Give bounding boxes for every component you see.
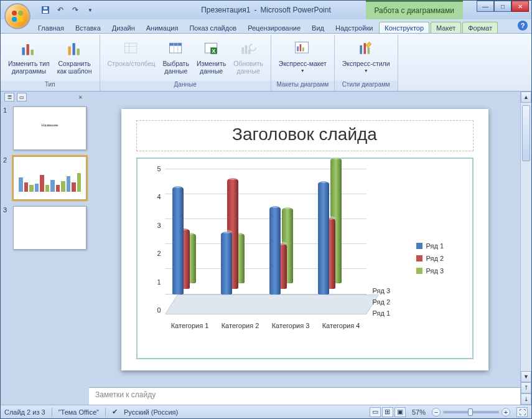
svg-point-1 (18, 11, 23, 16)
notes-pane[interactable]: Заметки к слайду (89, 387, 520, 405)
group-label-data: Данные (100, 81, 271, 91)
svg-rect-27 (297, 47, 299, 52)
tab-design[interactable]: Дизайн (107, 22, 140, 33)
edit-data-button[interactable]: X Изменить данные (193, 37, 230, 76)
quick-layout-button[interactable]: Экспресс-макет ▼ (275, 37, 330, 75)
depth-axis: Ряд 3 Ряд 2 Ряд 1 (373, 287, 416, 317)
undo-icon[interactable]: ↶ (54, 4, 67, 16)
slide-thumbnail[interactable]: 1 Название (3, 106, 86, 150)
scroll-down-icon[interactable]: ▼ (521, 371, 531, 382)
refresh-icon (238, 39, 258, 59)
group-label-styles: Стили диаграмм (335, 81, 398, 91)
svg-rect-7 (22, 47, 25, 55)
maximize-button[interactable]: □ (494, 1, 511, 12)
prev-slide-icon[interactable]: ⤒ (521, 382, 531, 393)
select-data-icon (166, 39, 186, 59)
scroll-up-icon[interactable]: ▲ (521, 92, 531, 103)
save-icon[interactable] (39, 4, 52, 16)
tab-chart-layout[interactable]: Макет (431, 22, 461, 33)
template-icon (65, 39, 85, 59)
edit-data-icon: X (202, 39, 222, 59)
svg-rect-17 (169, 43, 181, 45)
vertical-scrollbar[interactable]: ▲ ▼ ⤒ ⤓ (520, 92, 531, 405)
slide-canvas[interactable]: Заголовок слайда 5 4 3 2 1 0 (121, 109, 488, 370)
language-status[interactable]: Русский (Россия) (124, 408, 178, 416)
change-chart-type-button[interactable]: Изменить тип диаграммы (4, 37, 54, 76)
quick-styles-button[interactable]: Экспресс-стили ▼ (338, 37, 394, 75)
normal-view-icon[interactable]: ▭ (370, 407, 381, 417)
qat-dropdown-icon[interactable]: ▼ (84, 4, 96, 16)
svg-rect-31 (364, 43, 366, 54)
svg-rect-9 (31, 50, 34, 55)
slide-thumbnail[interactable]: 2 (3, 156, 86, 200)
svg-rect-5 (43, 11, 48, 13)
svg-point-3 (18, 17, 23, 22)
minimize-button[interactable]: — (477, 1, 494, 12)
sorter-view-icon[interactable]: ⊞ (382, 407, 393, 417)
quick-access-toolbar: ↶ ↷ ▼ (39, 4, 96, 16)
next-slide-icon[interactable]: ⤓ (521, 393, 531, 405)
save-as-template-button[interactable]: Сохранить как шаблон (54, 37, 96, 76)
group-label-layouts: Макеты диаграмм (271, 81, 334, 91)
refresh-data-button[interactable]: Обновить данные (230, 37, 267, 76)
svg-text:X: X (212, 48, 215, 54)
theme-name: "Тема Office" (58, 408, 99, 416)
svg-rect-11 (72, 43, 75, 55)
ribbon-tabs: Главная Вставка Дизайн Анимация Показ сл… (1, 19, 531, 33)
slide-title-placeholder[interactable]: Заголовок слайда (136, 120, 474, 151)
contextual-tab-group: Работа с диаграммами (366, 1, 464, 19)
chart-object[interactable]: 5 4 3 2 1 0 (136, 158, 474, 359)
svg-rect-12 (77, 49, 79, 55)
switch-row-column-button[interactable]: Строка/столбец (104, 37, 159, 68)
svg-rect-13 (125, 43, 137, 53)
app-name: Microsoft PowerPoint (260, 6, 330, 14)
tab-addins[interactable]: Надстройки (330, 22, 378, 33)
svg-point-2 (12, 17, 17, 22)
svg-rect-23 (242, 47, 245, 54)
svg-rect-29 (302, 47, 304, 51)
window-title: Презентация1 - Microsoft PowerPoint (201, 6, 331, 14)
redo-icon[interactable]: ↷ (69, 4, 82, 16)
outline-tab-icon[interactable]: ☰ (4, 93, 14, 101)
tab-animation[interactable]: Анимация (141, 22, 184, 33)
svg-rect-28 (300, 44, 302, 51)
fit-to-window-icon[interactable]: ⛶ (516, 407, 528, 417)
y-axis: 5 4 3 2 1 0 (144, 165, 161, 314)
zoom-slider[interactable] (443, 411, 499, 413)
office-button[interactable] (4, 3, 30, 29)
help-icon[interactable]: ? (518, 21, 528, 31)
tab-insert[interactable]: Вставка (70, 22, 106, 33)
zoom-out-button[interactable]: − (432, 408, 441, 417)
chevron-down-icon: ▼ (364, 68, 368, 73)
chart-plot-area (165, 169, 366, 314)
slide-panel: ☰ ▭ ✕ 1 Название 2 3 (1, 92, 89, 405)
zoom-in-button[interactable]: + (502, 408, 510, 417)
tab-review[interactable]: Рецензирование (243, 22, 306, 33)
tab-home[interactable]: Главная (33, 22, 69, 33)
tab-chart-design[interactable]: Конструктор (379, 22, 429, 33)
close-button[interactable]: ✕ (511, 1, 529, 12)
tab-chart-format[interactable]: Формат (462, 22, 498, 33)
svg-rect-24 (245, 45, 248, 54)
svg-rect-32 (368, 47, 370, 54)
x-axis: Категория 1 Категория 2 Категория 3 Кате… (165, 322, 366, 352)
slides-tab-icon[interactable]: ▭ (17, 93, 27, 101)
tab-view[interactable]: Вид (307, 22, 329, 33)
slide-counter: Слайд 2 из 3 (4, 408, 45, 416)
chart-legend: Ряд 1 Ряд 2 Ряд 3 (416, 165, 466, 352)
svg-rect-8 (27, 44, 29, 55)
group-label-type: Тип (1, 81, 100, 91)
scroll-thumb[interactable] (522, 105, 530, 161)
zoom-percent[interactable]: 57% (412, 408, 426, 416)
status-bar: Слайд 2 из 3 "Тема Office" ✔ Русский (Ро… (1, 405, 531, 418)
tab-slideshow[interactable]: Показ слайдов (184, 22, 241, 33)
layouts-icon (292, 39, 312, 59)
svg-rect-10 (68, 47, 70, 55)
close-panel-icon[interactable]: ✕ (75, 93, 85, 101)
slideshow-view-icon[interactable]: ▣ (394, 407, 406, 417)
switch-rc-icon (121, 39, 141, 59)
svg-point-0 (12, 11, 17, 16)
select-data-button[interactable]: Выбрать данные (159, 37, 193, 76)
spellcheck-icon[interactable]: ✔ (112, 408, 118, 416)
slide-thumbnail[interactable]: 3 (3, 206, 86, 250)
